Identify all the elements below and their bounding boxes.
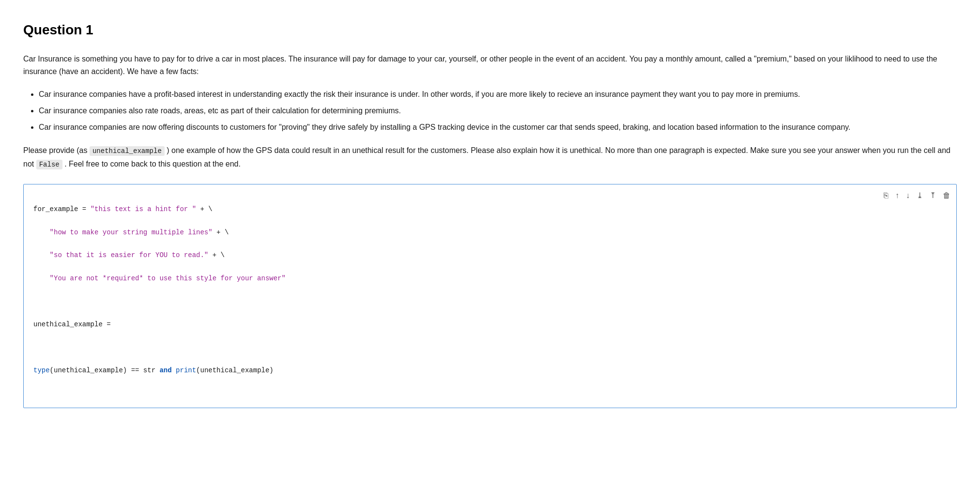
instruction-part1: Please provide (as [23,146,90,154]
code-line-3: "so that it is easier for YOU to read." … [33,250,947,261]
delete-icon[interactable]: 🗑 [943,189,950,202]
intro-paragraph: Car Insurance is something you have to p… [23,53,957,78]
code-line-6: type(unethical_example) == str and print… [33,365,947,377]
code-block[interactable]: for_example = "this text is a hint for "… [24,184,956,407]
add-above-icon[interactable]: ⤓ [917,189,923,202]
code-line-1: for_example = "this text is a hint for "… [33,204,947,215]
copy-icon[interactable]: ⎘ [884,189,888,202]
code-empty-2 [33,342,947,354]
instruction-part3: . Feel free to come back to this questio… [62,160,241,168]
facts-list: Car insurance companies have a profit-ba… [39,88,957,134]
code-line-4: "You are not *required* to use this styl… [33,273,947,285]
move-up-icon[interactable]: ↑ [895,189,899,202]
code-line-5: unethical_example = [33,319,947,331]
list-item: Car insurance companies have a profit-ba… [39,88,957,101]
code-inline-2: False [36,160,62,169]
code-inline-1: unethical_example [90,146,165,156]
code-line-2: "how to make your string multiple lines"… [33,227,947,239]
cell-toolbar: ⎘ ↑ ↓ ⤓ ⤒ 🗑 [884,189,950,202]
list-item: Car insurance companies also rate roads,… [39,105,957,117]
instruction-paragraph: Please provide (as unethical_example ) o… [23,144,957,171]
move-down-icon[interactable]: ↓ [906,189,910,202]
code-empty-1 [33,296,947,308]
add-below-icon[interactable]: ⤒ [930,189,936,202]
code-cell[interactable]: ⎘ ↑ ↓ ⤓ ⤒ 🗑 for_example = "this text is … [23,184,957,408]
list-item: Car insurance companies are now offering… [39,121,957,134]
page-title: Question 1 [23,19,957,41]
